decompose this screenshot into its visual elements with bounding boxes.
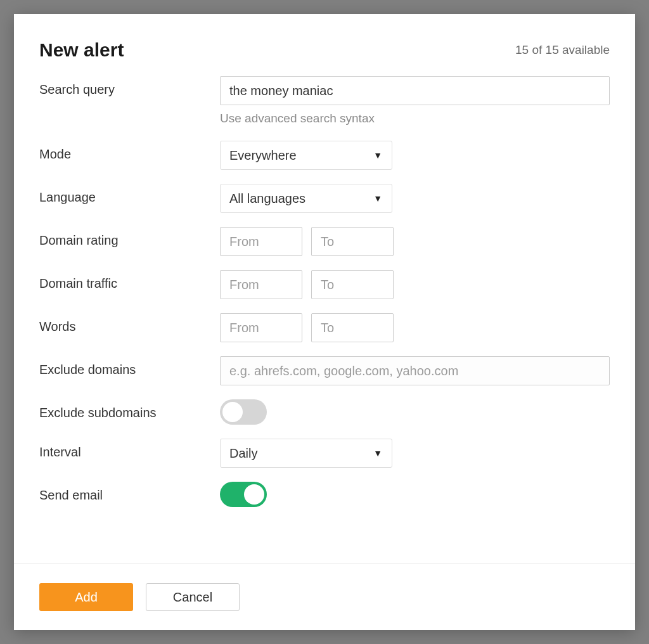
words-to-input[interactable] xyxy=(311,313,394,342)
label-interval: Interval xyxy=(39,439,220,460)
modal-title: New alert xyxy=(39,39,124,61)
language-select[interactable]: All languages xyxy=(220,184,392,213)
interval-select[interactable]: Daily xyxy=(220,439,392,468)
row-domain-traffic: Domain traffic xyxy=(39,270,610,299)
row-language: Language All languages ▼ xyxy=(39,184,610,213)
label-domain-traffic: Domain traffic xyxy=(39,270,220,291)
add-button[interactable]: Add xyxy=(39,583,133,611)
row-search-query: Search query Use advanced search syntax xyxy=(39,76,610,126)
row-words: Words xyxy=(39,313,610,342)
toggle-knob xyxy=(222,402,243,422)
label-language: Language xyxy=(39,184,220,205)
send-email-toggle[interactable] xyxy=(220,482,267,507)
search-query-hint: Use advanced search syntax xyxy=(220,112,610,126)
domain-rating-to-input[interactable] xyxy=(311,227,394,256)
cancel-button[interactable]: Cancel xyxy=(146,583,240,611)
label-domain-rating: Domain rating xyxy=(39,227,220,248)
words-from-input[interactable] xyxy=(220,313,302,342)
row-domain-rating: Domain rating xyxy=(39,227,610,256)
label-search-query: Search query xyxy=(39,76,220,97)
exclude-domains-input[interactable] xyxy=(220,356,610,385)
search-query-input[interactable] xyxy=(220,76,610,105)
domain-traffic-from-input[interactable] xyxy=(220,270,302,299)
label-send-email: Send email xyxy=(39,482,220,503)
domain-rating-from-input[interactable] xyxy=(220,227,302,256)
row-exclude-domains: Exclude domains xyxy=(39,356,610,385)
row-send-email: Send email xyxy=(39,482,610,507)
row-interval: Interval Daily ▼ xyxy=(39,439,610,468)
label-words: Words xyxy=(39,313,220,334)
modal-footer: Add Cancel xyxy=(14,564,635,630)
label-mode: Mode xyxy=(39,141,220,162)
exclude-subdomains-toggle[interactable] xyxy=(220,399,267,425)
label-exclude-domains: Exclude domains xyxy=(39,356,220,377)
domain-traffic-to-input[interactable] xyxy=(311,270,394,299)
new-alert-modal: New alert 15 of 15 available Search quer… xyxy=(14,14,635,630)
modal-header: New alert 15 of 15 available xyxy=(14,14,635,76)
mode-select[interactable]: Everywhere xyxy=(220,141,392,170)
modal-body: Search query Use advanced search syntax … xyxy=(14,76,635,564)
label-exclude-subdomains: Exclude subdomains xyxy=(39,399,220,420)
availability-counter: 15 of 15 available xyxy=(515,43,610,57)
row-mode: Mode Everywhere ▼ xyxy=(39,141,610,170)
row-exclude-subdomains: Exclude subdomains xyxy=(39,399,610,425)
toggle-knob xyxy=(244,484,264,505)
